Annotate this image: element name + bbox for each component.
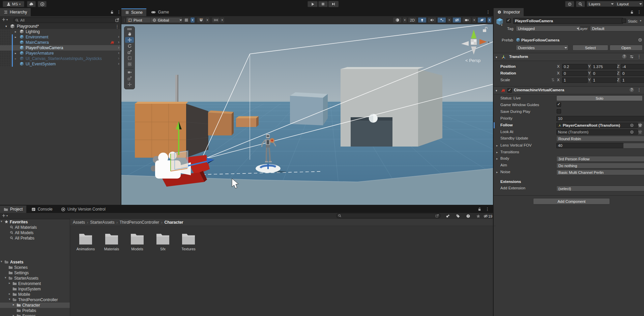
prefab-chevron-icon[interactable]: › [118,56,119,61]
drag-handle-icon[interactable] [127,28,132,29]
layers-dropdown[interactable]: Layers [587,1,615,7]
foldout-open-icon[interactable]: ▾ [9,297,10,301]
asset-store-search-icon[interactable] [446,214,450,218]
save-search-star-icon[interactable] [476,214,480,218]
tree-scenes-tpc[interactable]: ▸ Scenes [0,313,70,316]
chevron-down-icon[interactable]: ▾ [501,24,502,27]
prefab-chevron-icon[interactable]: › [118,45,119,50]
layer-dropdown[interactable]: Default [590,26,644,31]
chevron-down-icon[interactable]: ▾ [640,19,641,22]
hidden-items-counter[interactable]: 19 [484,214,492,218]
tag-dropdown[interactable]: Untagged [516,26,581,31]
foldout-open-icon[interactable]: ▾ [1,260,2,263]
hierarchy-add-button[interactable]: ▾ [2,18,8,22]
tree-character[interactable]: ▸ Character [0,303,70,308]
scale-z-field[interactable]: 1 [621,77,644,83]
tree-assets[interactable]: ▾ Assets [0,259,70,265]
select-button[interactable]: Select [573,45,608,51]
solo-button[interactable]: Solo [556,95,643,101]
foldout-closed-icon[interactable]: ▸ [15,35,17,39]
tree-thirdpersoncontroller[interactable]: ▾ ThirdPersonController [0,297,70,303]
project-add-button[interactable]: ▾ [2,214,8,218]
foldout-closed-icon[interactable]: ▸ [15,57,17,60]
divider[interactable] [121,8,121,205]
add-component-button[interactable]: Add Component [533,198,610,204]
play-button[interactable] [308,1,318,7]
shading-mode-button[interactable] [393,17,402,23]
position-z-field[interactable]: -4 [621,64,644,69]
help-icon[interactable]: ? [630,88,634,92]
hierarchy-item-ui-canvas[interactable]: ▸ UI_Canvas_StarterAssetsInputs_Joystick… [0,56,121,61]
open-in-window-icon[interactable] [115,18,119,22]
kebab-menu-icon[interactable]: ⋮ [637,54,641,59]
kebab-menu-icon[interactable]: ⋮ [637,9,641,14]
divider[interactable] [493,8,494,316]
snap-dropdown[interactable]: ▾ [205,17,210,23]
tree-all-materials[interactable]: All Materials [0,225,70,230]
foldout-open-icon[interactable]: ▾ [1,220,2,223]
asset-folder-sfx[interactable]: Sfx [150,232,176,251]
foldout-open-icon[interactable]: ▾ [5,25,7,28]
hierarchy-item-lighting[interactable]: ▸ Lighting [0,29,121,34]
asset-folder-models[interactable]: Models [124,232,150,251]
project-search-input[interactable] [336,213,441,218]
shading-mode-dropdown[interactable]: ▾ [403,17,407,23]
position-x-field[interactable]: 0.2 [562,64,588,69]
cloud-button[interactable] [27,1,36,7]
guides-checkbox[interactable] [557,102,561,107]
breadcrumb-thirdpersoncontroller[interactable]: ThirdPersonController [120,220,159,225]
cinemachine-header[interactable]: ▾ CinemachineVirtualCamera ? ⋮ [494,86,644,94]
foldout-closed-icon[interactable]: ▸ [496,157,498,160]
position-y-field[interactable]: 1.375 [591,64,617,69]
follow-object-field[interactable]: PlayerCameraRoot (Transform) [556,123,638,128]
kebab-menu-icon[interactable]: ⋮ [485,207,490,212]
tree-settings[interactable]: Settings [0,270,70,276]
breadcrumb-character[interactable]: Character [164,220,183,225]
help-icon[interactable]: ? [622,54,626,59]
gizmos-toggle[interactable] [477,17,486,23]
lookat-object-field[interactable]: None (Transform) [556,129,638,135]
cinemachine-fov-tool[interactable] [125,69,134,75]
scene-visibility-toggle[interactable] [452,17,461,23]
prefab-chevron-icon[interactable]: › [118,51,119,55]
step-button[interactable] [328,1,339,7]
rotation-x-field[interactable]: 0 [562,71,588,76]
lock-icon[interactable] [477,207,481,211]
account-menu[interactable]: MS ▾ [3,1,24,7]
tab-inspector[interactable]: Inspector [494,8,524,16]
scene-header-row[interactable]: ▾ Playground* ⋮ [0,24,121,29]
tab-console[interactable]: Console [28,206,56,213]
tab-game[interactable]: Game [147,8,173,16]
tab-hierarchy[interactable]: Hierarchy [0,8,31,16]
standby-update-dropdown[interactable]: Round Robin [556,136,644,141]
component-enabled-checkbox[interactable] [507,88,512,93]
rotation-z-field[interactable]: 0 [621,71,644,76]
foldout-closed-icon[interactable]: ▸ [13,303,14,306]
camera-settings-button[interactable] [462,17,471,23]
object-picker-icon[interactable] [630,130,634,134]
tree-inputsystem[interactable]: InputSystem [0,286,70,292]
foldout-closed-icon[interactable]: ▸ [496,151,498,154]
foldout-open-icon[interactable]: ▾ [496,56,497,59]
foldout-closed-icon[interactable]: ▸ [496,170,498,174]
overrides-dropdown[interactable]: Overrides [516,45,568,51]
global-search-button[interactable] [576,1,585,7]
view-hand-tool[interactable] [125,31,134,37]
foldout-closed-icon[interactable]: ▸ [15,52,17,55]
foldout-closed-icon[interactable]: ▸ [13,314,14,316]
tab-project[interactable]: Project [0,206,26,213]
add-extension-dropdown[interactable]: (select) [556,186,644,191]
tree-all-models[interactable]: All Models [0,230,70,235]
pause-button[interactable] [318,1,328,7]
scale-x-field[interactable]: 1 [562,77,588,83]
gear-icon[interactable] [638,123,642,127]
search-by-label-icon[interactable] [456,214,460,218]
target-icon[interactable] [638,38,642,42]
layout-dropdown[interactable]: Layout [615,1,643,7]
foldout-closed-icon[interactable]: ▸ [9,292,10,295]
gameobject-name-field[interactable]: PlayerFollowCamera [513,18,623,24]
foldout-open-icon[interactable]: ▾ [5,276,6,279]
hierarchy-item-playerarmature[interactable]: ▸ PlayerArmature › [0,51,121,56]
lock-icon[interactable] [110,10,114,14]
tree-starterassets[interactable]: ▾ StarterAssets [0,276,70,281]
